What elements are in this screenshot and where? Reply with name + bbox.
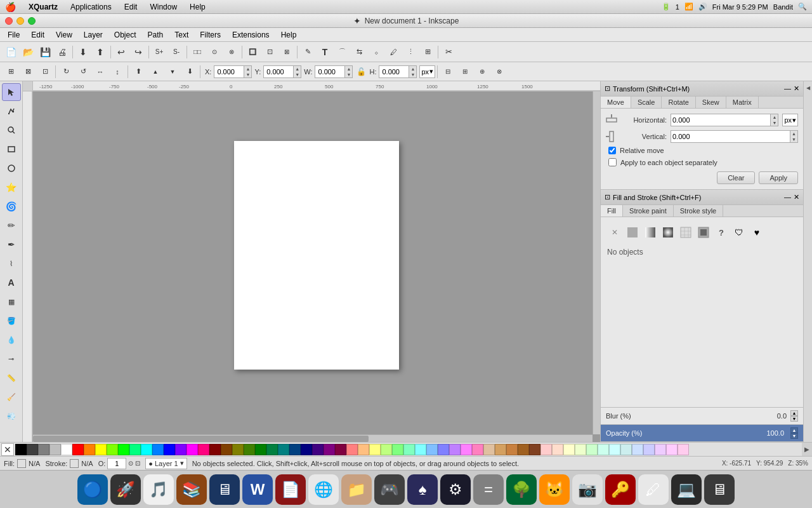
color-swatch-6[interactable] <box>84 444 95 455</box>
color-swatch-45[interactable] <box>529 444 540 455</box>
flip-h-btn[interactable]: ↔ <box>92 64 108 80</box>
menu-help[interactable]: Help <box>276 29 302 41</box>
h-increment[interactable]: ▲ <box>409 66 416 72</box>
color-swatch-54[interactable] <box>632 444 643 455</box>
menu-edit[interactable]: Edit <box>26 29 49 41</box>
text-tool-btn[interactable]: T <box>317 44 333 60</box>
pencil-tool[interactable]: ✏ <box>2 217 21 234</box>
dock-icon-calculator[interactable]: = <box>473 474 504 505</box>
transform-panel-minimize[interactable]: — <box>784 84 791 93</box>
horizontal-increment[interactable]: ▲ <box>770 114 778 120</box>
color-swatch-49[interactable] <box>575 444 586 455</box>
menu-object[interactable]: Object <box>109 29 141 41</box>
dock-icon-app18[interactable]: 💻 <box>671 474 702 505</box>
dock-icon-papyrus[interactable]: 📄 <box>275 474 306 505</box>
export-btn[interactable]: ⬆ <box>92 44 108 60</box>
tab-scale[interactable]: Scale <box>631 97 662 108</box>
spiral-tool[interactable]: 🌀 <box>2 197 21 215</box>
align-panel-btn[interactable]: ⊞ <box>457 64 473 80</box>
dropper-tool-left[interactable]: 💧 <box>2 331 21 349</box>
dock-icon-virtualbox[interactable]: 🖥 <box>209 474 240 505</box>
canvas-area[interactable]: -1250 -1000 -750 -500 -250 0 250 500 750… <box>23 81 600 442</box>
color-swatch-22[interactable] <box>266 444 278 455</box>
vertical-decrement[interactable]: ▼ <box>790 137 797 142</box>
y-decrement[interactable]: ▼ <box>293 72 301 77</box>
relative-move-checkbox[interactable] <box>608 147 616 154</box>
expand-snap-btn[interactable]: ◀ <box>804 84 812 91</box>
menu-filters[interactable]: Filters <box>195 29 226 41</box>
fill-tab-stroke-paint[interactable]: Stroke paint <box>623 205 674 217</box>
h-decrement[interactable]: ▼ <box>409 72 416 77</box>
color-swatch-29[interactable] <box>346 444 358 455</box>
zoom-tool[interactable] <box>2 121 21 139</box>
x-decrement[interactable]: ▼ <box>244 72 251 77</box>
horizontal-input[interactable] <box>671 116 770 124</box>
w-value[interactable]: 0.000 <box>317 68 337 76</box>
zoom-fit-page-btn[interactable]: 🔲 <box>244 44 261 60</box>
dock-icon-app19[interactable]: 🖥 <box>704 474 735 505</box>
color-swatch-8[interactable] <box>107 444 118 455</box>
x-increment[interactable]: ▲ <box>244 66 251 72</box>
fill-pattern-btn[interactable] <box>678 225 693 240</box>
color-swatch-25[interactable] <box>301 444 312 455</box>
edit-menu[interactable]: Edit <box>122 3 140 11</box>
app-name-menu[interactable]: XQuartz <box>26 3 60 11</box>
flip-v-btn[interactable]: ↕ <box>109 64 126 80</box>
tab-move[interactable]: Move <box>601 97 631 108</box>
color-swatch-53[interactable] <box>620 444 632 455</box>
calligraphy-tool[interactable]: ⌇ <box>2 255 21 272</box>
dock-icon-app10[interactable]: 🎮 <box>374 474 405 505</box>
color-swatch-12[interactable] <box>152 444 164 455</box>
dock-icon-books[interactable]: 📚 <box>176 474 207 505</box>
color-swatch-11[interactable] <box>141 444 152 455</box>
color-swatch-24[interactable] <box>289 444 301 455</box>
color-swatch-28[interactable] <box>335 444 346 455</box>
lower-one-btn[interactable]: ▼ <box>164 64 181 80</box>
no-color-btn[interactable]: ✕ <box>1 443 14 456</box>
color-swatch-16[interactable] <box>198 444 209 455</box>
color-swatch-9[interactable] <box>118 444 129 455</box>
text-tool-left[interactable]: A <box>2 274 21 291</box>
gradient-tool[interactable]: ▦ <box>2 293 21 311</box>
color-swatch-14[interactable] <box>175 444 187 455</box>
color-swatch-1[interactable] <box>27 444 38 455</box>
layer-indicator[interactable]: ● Layer 1 ▾ <box>145 458 187 469</box>
dock-icon-word[interactable]: W <box>242 474 273 505</box>
connector-btn[interactable]: ⇆ <box>351 44 367 60</box>
zoom-fit-drawing-btn[interactable]: ⊡ <box>261 44 278 60</box>
dock-icon-inkscape[interactable]: 🖊 <box>638 474 669 505</box>
color-swatch-50[interactable] <box>586 444 598 455</box>
search-icon[interactable]: 🔍 <box>798 3 807 11</box>
rotate-cw-btn[interactable]: ↻ <box>58 64 74 80</box>
measure-btn[interactable]: ⬦ <box>368 44 384 60</box>
color-swatch-36[interactable] <box>426 444 438 455</box>
circle-tool[interactable] <box>2 159 21 177</box>
dropper-btn[interactable]: 🖊 <box>385 44 402 60</box>
tab-rotate[interactable]: Rotate <box>662 97 695 108</box>
fill-paint-server-btn[interactable]: 🛡 <box>731 225 747 240</box>
menu-file[interactable]: File <box>3 29 25 41</box>
fill-none-btn[interactable]: ✕ <box>607 225 622 240</box>
menu-extensions[interactable]: Extensions <box>227 29 275 41</box>
color-swatch-19[interactable] <box>232 444 244 455</box>
apply-button[interactable]: Apply <box>759 171 798 184</box>
snap-btn[interactable]: ⋮ <box>402 44 419 60</box>
fill-tab-fill[interactable]: Fill <box>601 205 623 217</box>
xml-editor-btn[interactable]: ⊗ <box>491 64 508 80</box>
color-swatch-55[interactable] <box>643 444 655 455</box>
color-swatch-56[interactable] <box>655 444 666 455</box>
redo-btn[interactable]: ↪ <box>130 44 147 60</box>
dock-icon-app11[interactable]: ♠ <box>407 474 438 505</box>
color-swatch-40[interactable] <box>472 444 483 455</box>
dock-icon-app14[interactable]: 🐱 <box>539 474 570 505</box>
minimize-button[interactable] <box>16 17 24 25</box>
color-swatch-42[interactable] <box>495 444 506 455</box>
y-value[interactable]: 0.000 <box>265 68 285 76</box>
select-tool[interactable] <box>2 83 21 101</box>
fill-panel-close[interactable]: ✕ <box>794 193 799 201</box>
palette-scroll-right[interactable]: ▶ <box>802 443 812 457</box>
color-swatch-4[interactable] <box>61 444 72 455</box>
color-swatch-51[interactable] <box>598 444 609 455</box>
menu-path[interactable]: Path <box>143 29 169 41</box>
lock-aspect-btn[interactable]: 🔓 <box>355 66 367 77</box>
